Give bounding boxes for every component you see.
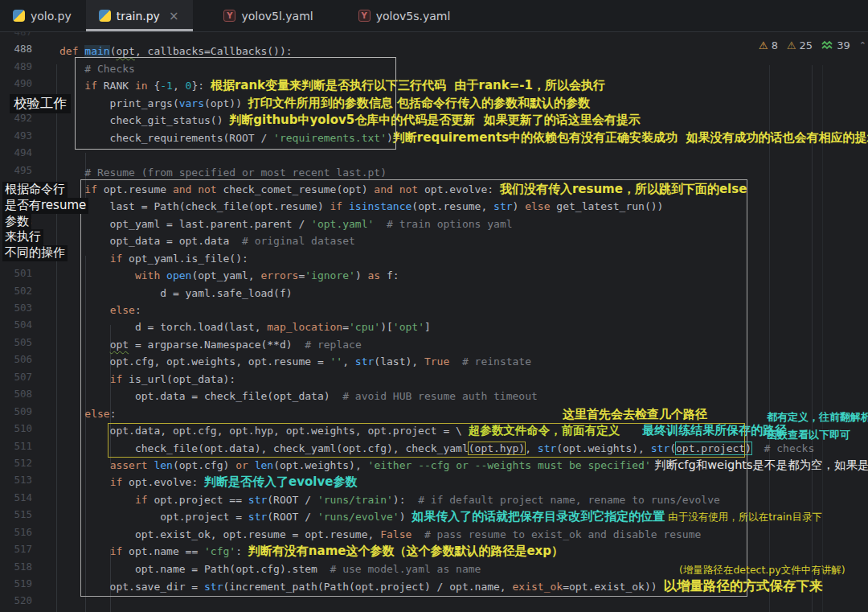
code-segment: assert [110,459,154,471]
code-line[interactable]: 519 opt.save_dir = str(increment_path(Pa… [0,577,868,594]
code-segment: errors [260,269,298,281]
code-text: d = torch.load(last, map_location='cpu')… [0,318,868,335]
tab-yolov5l-yaml[interactable]: Yyolov5l.yaml [211,0,327,31]
code-segment: : [235,545,248,557]
code-line[interactable]: 493 check_requirements(ROOT / 'requireme… [0,129,868,146]
line-number[interactable]: 508 [0,388,32,400]
typo-count[interactable]: 39 [821,39,850,51]
code-segment: # pass resume to exist_ok and disable re… [411,528,701,540]
line-number[interactable]: 504 [0,318,32,331]
code-line[interactable]: 505 opt = argparse.Namespace(**d) # repl… [0,336,868,353]
line-number[interactable]: 503 [0,302,32,314]
code-line[interactable]: 491 print_args(vars(opt)) 打印文件所用到的参数信息 包… [0,95,868,112]
code-line[interactable]: 516 opt.exist_ok, opt.resume = opt.resum… [0,526,868,543]
code-line[interactable]: 517 if opt.name == 'cfg': 判断有没有name这个参数（… [0,543,868,560]
line-number[interactable]: 506 [0,353,32,365]
code-segment [59,408,84,420]
code-segment: if [110,373,129,385]
line-number[interactable]: 489 [0,60,32,72]
code-text: if opt.project == str(ROOT / 'runs/train… [0,491,868,508]
line-number[interactable]: 514 [0,491,32,503]
code-line[interactable]: 512 assert len(opt.cfg) or len(opt.weigh… [0,457,868,474]
line-number[interactable]: 493 [0,129,32,142]
code-segment: d = yaml.safe_load(f) [59,287,293,299]
code-line[interactable]: 500 if opt_yaml.is_file(): [0,250,868,267]
code-line[interactable]: 513 if opt.evolve: 判断是否传入了evolve参数 [0,474,868,491]
line-number[interactable]: 507 [0,371,32,383]
margin-note-line: 来执行 [2,229,43,245]
code-segment: check_git_status() [59,114,229,126]
code-line[interactable]: 497 last = Path(check_file(opt.resume) i… [0,198,868,215]
code-line[interactable]: 502 d = yaml.safe_load(f) [0,285,868,302]
code-line[interactable]: 492 check_git_status() 判断github中yolov5仓库… [0,112,868,129]
line-number[interactable]: 515 [0,508,32,520]
code-line[interactable]: 499 opt_data = opt.data # original datas… [0,232,868,249]
inspections-widget[interactable]: ⚠ 8 ⚠ 25 39 ⌃ [759,37,866,53]
code-line[interactable]: 496 if opt.resume and not check_comet_re… [0,181,868,198]
line-number[interactable]: 510 [0,422,32,434]
warning-count[interactable]: ⚠ 25 [787,39,813,51]
code-line[interactable]: 503 else: [0,302,868,318]
code-line[interactable]: 494 [0,146,868,163]
code-line[interactable]: 515 opt.project = str(ROOT / 'runs/evolv… [0,508,868,525]
code-segment: with [135,269,166,281]
inline-annotation: 超参数文件命令，前面有定义 [469,424,620,437]
code-line[interactable]: 508 opt.data = check_file(opt_data) # av… [0,388,868,405]
error-count[interactable]: ⚠ 8 [759,39,778,51]
line-number[interactable]: 495 [0,164,32,176]
code-text: check_file(opt.data), check_yaml(opt.cfg… [0,440,868,457]
tab-label: yolov5s.yaml [376,10,451,23]
code-line[interactable]: 490 if RANK in {-1, 0}: 根据rank变量来判断是否执行以… [0,77,868,94]
line-number[interactable]: 513 [0,474,32,486]
code-segment: opt.data = check_file(opt_data) [59,390,330,402]
code-segment: check_file(opt.data), check_yaml(opt.cfg… [59,442,469,454]
code-segment: ): [393,494,406,506]
close-icon[interactable]: × [169,9,179,23]
chevron-up-icon[interactable]: ⌃ [859,40,866,51]
code-line[interactable]: 495 # Resume (from specified or most rec… [0,164,868,181]
code-line[interactable]: 506 opt.cfg, opt.weights, opt.resume = '… [0,353,868,370]
code-line[interactable]: 488def main(opt, callbacks=Callbacks()): [0,43,868,60]
line-number[interactable]: 492 [0,112,32,124]
code-segment: ] [424,321,431,333]
code-text: opt.data, opt.cfg, opt.hyp, opt.weights,… [0,422,868,439]
code-text: with open(opt_yaml, errors='ignore') as … [0,267,868,284]
line-number[interactable]: 502 [0,285,32,297]
line-number[interactable]: 519 [0,577,32,589]
code-line[interactable]: 489 # Checks [0,60,868,77]
line-number[interactable]: 517 [0,543,32,555]
tab-train-py[interactable]: train.py× [86,0,194,31]
code-segment: else [110,304,135,316]
code-line[interactable]: 510 opt.data, opt.cfg, opt.hyp, opt.weig… [0,422,868,439]
line-number[interactable]: 518 [0,561,32,573]
line-number[interactable]: 494 [0,146,32,158]
code-segment: (opt)) [204,97,248,109]
code-segment: open [166,269,191,281]
line-number[interactable]: 512 [0,457,32,469]
code-line[interactable]: 501 with open(opt_yaml, errors='ignore')… [0,267,868,284]
line-number[interactable]: 488 [0,43,32,55]
code-line[interactable]: 498 opt_yaml = last.parent.parent / 'opt… [0,216,868,232]
line-number[interactable]: 505 [0,336,32,348]
tab-yolo-py[interactable]: yolo.py [0,0,86,31]
code-line[interactable]: 511 check_file(opt.data), check_yaml(opt… [0,440,868,457]
code-segment: opt [116,45,134,57]
line-number[interactable]: 490 [0,77,32,89]
line-number[interactable]: 516 [0,526,32,538]
line-number[interactable]: 520 [0,594,32,606]
code-segment: : [135,304,141,316]
code-line[interactable]: 520 [0,594,868,611]
code-segment: 'opt.yaml' [311,218,374,230]
code-segment: : [110,408,117,420]
code-line[interactable]: 509 else: [0,405,868,422]
code-segment: 'requirements.txt' [273,132,387,144]
code-segment: opt.name = Path(opt.cfg).stem [59,563,317,575]
line-number[interactable]: 511 [0,440,32,452]
code-line[interactable]: 504 d = torch.load(last, map_location='c… [0,318,868,335]
code-line[interactable]: 507 if is_url(opt_data): [0,371,868,388]
code-line[interactable]: 514 if opt.project == str(ROOT / 'runs/t… [0,491,868,508]
inline-annotation: 由于没有使用，所以在train目录下 [665,511,822,523]
tab-yolov5s-yaml[interactable]: Yyolov5s.yaml [346,0,465,31]
line-number[interactable]: 509 [0,405,32,417]
line-number[interactable]: 501 [0,267,32,279]
